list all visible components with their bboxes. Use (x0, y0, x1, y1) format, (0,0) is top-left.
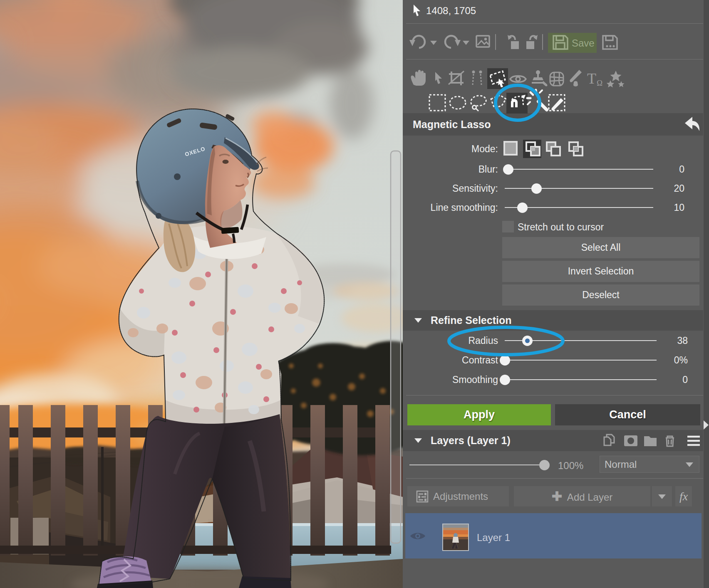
svg-text:Ω: Ω (597, 79, 602, 87)
svg-text:Save: Save (572, 37, 595, 49)
svg-text:T: T (587, 70, 596, 87)
